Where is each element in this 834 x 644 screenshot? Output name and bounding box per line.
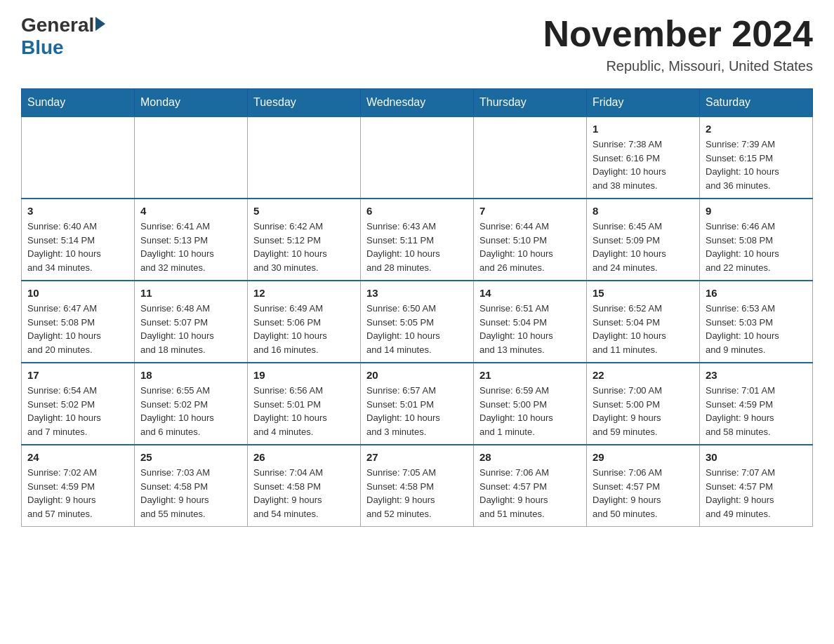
day-info: Sunrise: 6:44 AM Sunset: 5:10 PM Dayligh… bbox=[479, 220, 581, 274]
day-info: Sunrise: 7:00 AM Sunset: 5:00 PM Dayligh… bbox=[593, 384, 694, 438]
calendar-header-friday: Friday bbox=[587, 89, 700, 117]
day-number: 7 bbox=[479, 205, 581, 217]
day-info: Sunrise: 6:47 AM Sunset: 5:08 PM Dayligh… bbox=[27, 302, 128, 356]
day-number: 14 bbox=[479, 287, 581, 299]
day-number: 25 bbox=[140, 451, 241, 463]
calendar-cell: 16Sunrise: 6:53 AM Sunset: 5:03 PM Dayli… bbox=[700, 281, 813, 363]
day-info: Sunrise: 6:51 AM Sunset: 5:04 PM Dayligh… bbox=[479, 302, 581, 356]
day-number: 30 bbox=[706, 451, 807, 463]
calendar-cell: 23Sunrise: 7:01 AM Sunset: 4:59 PM Dayli… bbox=[700, 363, 813, 445]
calendar-cell: 22Sunrise: 7:00 AM Sunset: 5:00 PM Dayli… bbox=[587, 363, 700, 445]
day-number: 1 bbox=[593, 123, 694, 135]
day-info: Sunrise: 6:59 AM Sunset: 5:00 PM Dayligh… bbox=[479, 384, 581, 438]
calendar-cell: 19Sunrise: 6:56 AM Sunset: 5:01 PM Dayli… bbox=[248, 363, 361, 445]
logo-general: General bbox=[21, 14, 94, 36]
day-info: Sunrise: 7:03 AM Sunset: 4:58 PM Dayligh… bbox=[140, 466, 241, 521]
day-info: Sunrise: 6:54 AM Sunset: 5:02 PM Dayligh… bbox=[27, 384, 128, 438]
day-info: Sunrise: 6:49 AM Sunset: 5:06 PM Dayligh… bbox=[253, 302, 355, 356]
logo-blue: Blue bbox=[21, 36, 64, 59]
day-info: Sunrise: 7:06 AM Sunset: 4:57 PM Dayligh… bbox=[479, 466, 581, 521]
day-info: Sunrise: 7:39 AM Sunset: 6:15 PM Dayligh… bbox=[706, 137, 807, 192]
calendar-cell: 18Sunrise: 6:55 AM Sunset: 5:02 PM Dayli… bbox=[135, 363, 248, 445]
month-title: November 2024 bbox=[543, 14, 813, 54]
calendar-cell: 11Sunrise: 6:48 AM Sunset: 5:07 PM Dayli… bbox=[135, 281, 248, 363]
calendar-cell: 3Sunrise: 6:40 AM Sunset: 5:14 PM Daylig… bbox=[22, 199, 135, 281]
calendar-cell: 6Sunrise: 6:43 AM Sunset: 5:11 PM Daylig… bbox=[361, 199, 474, 281]
calendar-cell: 21Sunrise: 6:59 AM Sunset: 5:00 PM Dayli… bbox=[474, 363, 587, 445]
day-number: 3 bbox=[27, 205, 128, 217]
day-number: 19 bbox=[253, 369, 355, 381]
day-info: Sunrise: 7:07 AM Sunset: 4:57 PM Dayligh… bbox=[706, 466, 807, 521]
calendar-cell bbox=[22, 116, 135, 199]
calendar-cell: 20Sunrise: 6:57 AM Sunset: 5:01 PM Dayli… bbox=[361, 363, 474, 445]
calendar-week-1: 1Sunrise: 7:38 AM Sunset: 6:16 PM Daylig… bbox=[22, 116, 813, 199]
calendar-header-monday: Monday bbox=[135, 89, 248, 117]
calendar-header-saturday: Saturday bbox=[700, 89, 813, 117]
calendar-week-4: 17Sunrise: 6:54 AM Sunset: 5:02 PM Dayli… bbox=[22, 363, 813, 445]
day-number: 29 bbox=[593, 451, 694, 463]
day-info: Sunrise: 6:41 AM Sunset: 5:13 PM Dayligh… bbox=[140, 220, 241, 274]
logo-triangle-icon bbox=[95, 17, 105, 31]
day-number: 2 bbox=[706, 123, 807, 135]
day-number: 10 bbox=[27, 287, 128, 299]
calendar-cell: 30Sunrise: 7:07 AM Sunset: 4:57 PM Dayli… bbox=[700, 445, 813, 527]
day-info: Sunrise: 6:57 AM Sunset: 5:01 PM Dayligh… bbox=[366, 384, 468, 438]
day-number: 9 bbox=[706, 205, 807, 217]
calendar-header-row: SundayMondayTuesdayWednesdayThursdayFrid… bbox=[22, 89, 813, 117]
day-info: Sunrise: 6:52 AM Sunset: 5:04 PM Dayligh… bbox=[593, 302, 694, 356]
calendar-cell: 12Sunrise: 6:49 AM Sunset: 5:06 PM Dayli… bbox=[248, 281, 361, 363]
logo: General Blue bbox=[21, 14, 105, 59]
calendar-cell: 8Sunrise: 6:45 AM Sunset: 5:09 PM Daylig… bbox=[587, 199, 700, 281]
day-info: Sunrise: 7:01 AM Sunset: 4:59 PM Dayligh… bbox=[706, 384, 807, 438]
location: Republic, Missouri, United States bbox=[543, 58, 813, 74]
day-number: 12 bbox=[253, 287, 355, 299]
calendar-cell: 26Sunrise: 7:04 AM Sunset: 4:58 PM Dayli… bbox=[248, 445, 361, 527]
calendar-table: SundayMondayTuesdayWednesdayThursdayFrid… bbox=[21, 88, 813, 527]
day-number: 28 bbox=[479, 451, 581, 463]
day-number: 24 bbox=[27, 451, 128, 463]
calendar-cell: 14Sunrise: 6:51 AM Sunset: 5:04 PM Dayli… bbox=[474, 281, 587, 363]
calendar-week-2: 3Sunrise: 6:40 AM Sunset: 5:14 PM Daylig… bbox=[22, 199, 813, 281]
day-info: Sunrise: 6:40 AM Sunset: 5:14 PM Dayligh… bbox=[27, 220, 128, 274]
day-info: Sunrise: 7:38 AM Sunset: 6:16 PM Dayligh… bbox=[593, 137, 694, 192]
calendar-cell bbox=[248, 116, 361, 199]
calendar-header-thursday: Thursday bbox=[474, 89, 587, 117]
calendar-cell: 9Sunrise: 6:46 AM Sunset: 5:08 PM Daylig… bbox=[700, 199, 813, 281]
calendar-cell bbox=[361, 116, 474, 199]
day-number: 15 bbox=[593, 287, 694, 299]
day-info: Sunrise: 7:05 AM Sunset: 4:58 PM Dayligh… bbox=[366, 466, 468, 521]
day-info: Sunrise: 6:43 AM Sunset: 5:11 PM Dayligh… bbox=[366, 220, 468, 274]
day-info: Sunrise: 6:46 AM Sunset: 5:08 PM Dayligh… bbox=[706, 220, 807, 274]
calendar-cell: 15Sunrise: 6:52 AM Sunset: 5:04 PM Dayli… bbox=[587, 281, 700, 363]
day-number: 26 bbox=[253, 451, 355, 463]
calendar-cell: 1Sunrise: 7:38 AM Sunset: 6:16 PM Daylig… bbox=[587, 116, 700, 199]
day-info: Sunrise: 7:02 AM Sunset: 4:59 PM Dayligh… bbox=[27, 466, 128, 521]
day-number: 27 bbox=[366, 451, 468, 463]
title-section: November 2024 Republic, Missouri, United… bbox=[543, 14, 813, 74]
calendar-cell: 24Sunrise: 7:02 AM Sunset: 4:59 PM Dayli… bbox=[22, 445, 135, 527]
day-number: 6 bbox=[366, 205, 468, 217]
day-number: 23 bbox=[706, 369, 807, 381]
day-info: Sunrise: 6:53 AM Sunset: 5:03 PM Dayligh… bbox=[706, 302, 807, 356]
day-info: Sunrise: 6:45 AM Sunset: 5:09 PM Dayligh… bbox=[593, 220, 694, 274]
calendar-cell: 28Sunrise: 7:06 AM Sunset: 4:57 PM Dayli… bbox=[474, 445, 587, 527]
calendar-header-tuesday: Tuesday bbox=[248, 89, 361, 117]
calendar-header-wednesday: Wednesday bbox=[361, 89, 474, 117]
calendar-cell: 4Sunrise: 6:41 AM Sunset: 5:13 PM Daylig… bbox=[135, 199, 248, 281]
calendar-cell: 2Sunrise: 7:39 AM Sunset: 6:15 PM Daylig… bbox=[700, 116, 813, 199]
calendar-week-5: 24Sunrise: 7:02 AM Sunset: 4:59 PM Dayli… bbox=[22, 445, 813, 527]
day-number: 17 bbox=[27, 369, 128, 381]
day-number: 21 bbox=[479, 369, 581, 381]
day-info: Sunrise: 6:55 AM Sunset: 5:02 PM Dayligh… bbox=[140, 384, 241, 438]
calendar-cell: 17Sunrise: 6:54 AM Sunset: 5:02 PM Dayli… bbox=[22, 363, 135, 445]
calendar-cell bbox=[135, 116, 248, 199]
day-info: Sunrise: 6:56 AM Sunset: 5:01 PM Dayligh… bbox=[253, 384, 355, 438]
day-info: Sunrise: 7:04 AM Sunset: 4:58 PM Dayligh… bbox=[253, 466, 355, 521]
day-number: 8 bbox=[593, 205, 694, 217]
calendar-cell: 13Sunrise: 6:50 AM Sunset: 5:05 PM Dayli… bbox=[361, 281, 474, 363]
calendar-header-sunday: Sunday bbox=[22, 89, 135, 117]
day-info: Sunrise: 6:48 AM Sunset: 5:07 PM Dayligh… bbox=[140, 302, 241, 356]
calendar-cell bbox=[474, 116, 587, 199]
day-number: 16 bbox=[706, 287, 807, 299]
day-number: 22 bbox=[593, 369, 694, 381]
